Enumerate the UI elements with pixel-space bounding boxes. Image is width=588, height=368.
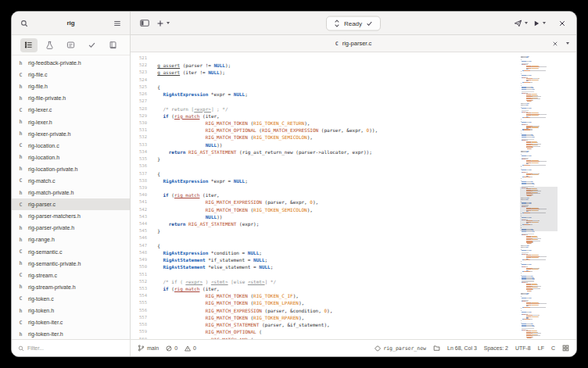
cursor-position[interactable]: Ln 68, Col 3 [447, 345, 477, 351]
code-line[interactable]: g_assert (iter != NULL); [152, 69, 520, 76]
code-line[interactable]: RIG_MATCH_TOKEN (RIG_TOKEN_C_RETURN), [152, 120, 520, 127]
file-list-item[interactable]: hrig-file.h [12, 80, 130, 92]
minimap[interactable] [520, 52, 558, 339]
current-symbol[interactable]: rig_parser_new [375, 345, 426, 352]
code-line[interactable] [152, 234, 520, 241]
code-line[interactable]: if (rig_match (iter, [152, 285, 520, 292]
file-list-item[interactable]: Crig-file.c [12, 69, 130, 80]
file-list-item[interactable]: hrig-match-private.h [12, 187, 130, 198]
warning-counter[interactable]: 0 [185, 345, 196, 352]
file-list-item[interactable]: Crig-token-iter.c [12, 316, 130, 328]
file-list-item[interactable]: Crig-lexer.c [12, 104, 130, 116]
file-list-item[interactable]: hrig-range.h [12, 234, 130, 245]
code-line[interactable]: } [152, 227, 520, 234]
file-list-item[interactable]: Crig-token.c [12, 293, 130, 305]
code-line[interactable]: /* if ( <expr> ) <stmt> [else <stmt>] */ [152, 278, 520, 285]
close-tab-button[interactable] [550, 38, 561, 49]
file-type-icon: C [17, 295, 24, 302]
file-list-item[interactable]: hrig-lexer-private.h [12, 128, 130, 140]
code-line[interactable] [152, 98, 520, 105]
panel-tab-todo[interactable] [63, 38, 80, 52]
code-line[interactable] [152, 184, 520, 191]
file-list-item[interactable]: hrig-parser-matchers.h [12, 210, 130, 222]
panel-tab-tests[interactable] [41, 38, 59, 52]
code-line[interactable]: return RIG_AST_STATEMENT (expr); [152, 220, 520, 227]
code-line[interactable]: RIG_MATCH_TOKEN (RIG_TOKEN_C_IF), [152, 292, 520, 299]
file-list-item[interactable]: hrig-stream-private.h [12, 281, 130, 293]
error-icon [166, 345, 172, 352]
minimap-viewport[interactable] [520, 187, 558, 231]
new-page-button[interactable] [156, 20, 170, 27]
encoding-selector[interactable]: UTF-8 [515, 345, 531, 351]
line-number: 544 [131, 220, 147, 227]
code-line[interactable]: RigAstStatement *else_statement = NULL; [152, 263, 520, 270]
code-line[interactable]: RIG_MATCH_TOKEN (RIG_TOKEN_LPAREN), [152, 299, 520, 306]
toggle-sidebar-button[interactable] [138, 16, 152, 30]
file-list-item[interactable]: hrig-location.h [12, 152, 130, 163]
code-line[interactable] [152, 163, 520, 170]
omnibar[interactable]: Ready [326, 16, 381, 30]
file-list-item[interactable]: hrig-token-iter.h [12, 328, 130, 339]
code-line[interactable]: RIG_MATCH_STATEMENT (parser, &if_stateme… [152, 321, 520, 328]
file-list-item[interactable]: hrig-lexer.h [12, 116, 130, 127]
file-list-item[interactable]: hrig-feedback-private.h [12, 57, 130, 69]
run-button[interactable] [532, 20, 546, 27]
error-counter[interactable]: 0 [166, 345, 177, 352]
code-line[interactable]: RigAstExpression *condition = NULL; [152, 249, 520, 256]
panel-tab-project-tree[interactable] [20, 38, 38, 52]
code-line[interactable]: NULL)) [152, 213, 520, 220]
code-line[interactable] [152, 77, 520, 84]
file-list-item[interactable]: hrig-parser-private.h [12, 222, 130, 234]
line-ending-selector[interactable]: LF [538, 345, 544, 351]
code-line[interactable]: if (rig_match (iter, [152, 191, 520, 198]
window-close-button[interactable] [555, 16, 569, 30]
file-name: rig-range.h [28, 237, 55, 242]
code-line[interactable]: RIG_MATCH_OPTIONAL ( [152, 328, 520, 335]
code-line[interactable]: if (rig_match (iter, [152, 113, 520, 120]
file-list-item[interactable]: Crig-match.c [12, 175, 130, 187]
file-list-item[interactable]: Crig-semantic.c [12, 246, 130, 258]
branch-indicator[interactable]: main [138, 345, 159, 352]
language-selector[interactable]: C [551, 345, 555, 351]
code-line[interactable]: { [152, 242, 520, 249]
file-list-item[interactable]: Crig-parser.c [12, 198, 130, 210]
code-line[interactable]: g_assert (parser != NULL); [152, 62, 520, 69]
code-line[interactable]: } [152, 155, 520, 163]
indentation-mode[interactable]: Spaces: 2 [484, 345, 508, 351]
position-label: Ln 68, Col 3 [447, 345, 477, 351]
pages-menu-icon[interactable] [566, 42, 569, 45]
file-list-item[interactable]: hrig-semantic-private.h [12, 258, 130, 270]
code-line[interactable]: RigAstStatement *if_statement = NULL; [152, 256, 520, 263]
code-line[interactable]: RIG_MATCH_TOKEN (RIG_TOKEN_RPAREN), [152, 314, 520, 321]
code-area[interactable]: g_assert (parser != NULL);g_assert (iter… [152, 52, 520, 339]
file-list-item[interactable]: hrig-token.h [12, 305, 130, 316]
code-line[interactable] [152, 55, 520, 62]
code-line[interactable]: RIG_MATCH_EXPRESSION (parser, &condition… [152, 307, 520, 314]
panel-tab-documentation[interactable] [105, 38, 122, 52]
file-list-item[interactable]: Crig-location.c [12, 140, 130, 152]
deploy-button[interactable] [514, 19, 528, 27]
folder-icon[interactable] [433, 345, 440, 352]
grid-icon[interactable] [562, 345, 569, 352]
code-line[interactable]: { [152, 84, 520, 91]
code-line[interactable]: RIG_MATCH_TOKEN (RIG_TOKEN_SEMICOLON), [152, 206, 520, 213]
menu-button[interactable] [110, 16, 124, 30]
filter-input[interactable] [27, 345, 112, 351]
panel-tab-checks[interactable] [84, 38, 101, 52]
code-line[interactable]: RigAstExpression *expr = NULL; [152, 91, 520, 98]
code-line[interactable] [152, 271, 520, 278]
code-line[interactable]: RIG_MATCH_TOKEN (RIG_TOKEN_SEMICOLON), [152, 134, 520, 141]
check-icon [366, 20, 373, 27]
code-line[interactable]: /* return [<expr>] ; */ [152, 105, 520, 113]
file-list-item[interactable]: hrig-location-private.h [12, 163, 130, 175]
code-line[interactable]: { [152, 170, 520, 177]
code-line[interactable]: NULL)) [152, 141, 520, 148]
code-line[interactable]: return RIG_AST_STATEMENT (rig_ast_return… [152, 148, 520, 155]
code-line[interactable]: RIG_MATCH_EXPRESSION (parser, &expr, 0), [152, 198, 520, 205]
file-list-item[interactable]: Crig-stream.c [12, 270, 130, 281]
code-line[interactable]: RigAstExpression *expr = NULL; [152, 177, 520, 184]
file-list-item[interactable]: hrig-file-private.h [12, 92, 130, 104]
tab-rig-parser[interactable]: C rig-parser.c [335, 40, 371, 47]
search-button[interactable] [17, 16, 31, 30]
code-line[interactable]: RIG_MATCH_OPTIONAL (RIG_MATCH_EXPRESSION… [152, 127, 520, 134]
